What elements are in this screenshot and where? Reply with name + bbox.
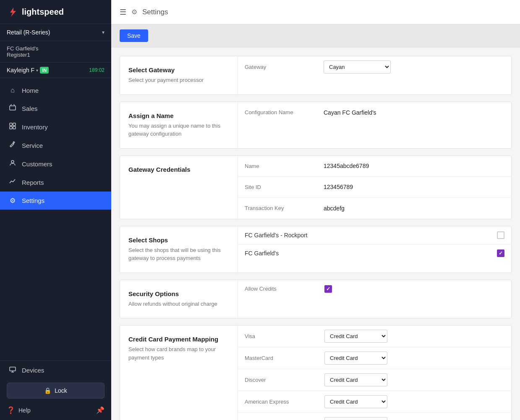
config-name-value [318,105,511,120]
help-link[interactable]: ❓ Help [7,406,31,414]
sidebar-item-inventory[interactable]: Inventory [0,118,111,136]
section-name-title: Assign a Name [128,112,229,119]
section-mapping-right: Visa Credit CardDebit CardCash MasterCar… [238,326,511,420]
logo-text: lightspeed [22,7,64,17]
section-gateway-right: Gateway Cayan Stripe Square PayPal [238,56,511,94]
section-credentials-title: Gateway Credentials [128,166,229,173]
shop-checkbox-rockport[interactable] [497,231,504,239]
gateway-field-value: Cayan Stripe Square PayPal [318,56,511,78]
credential-siteid-input[interactable] [324,184,505,190]
sidebar-label-reports: Reports [22,179,44,186]
mapping-label-mastercard: MasterCard [245,355,324,361]
svg-rect-6 [10,367,16,371]
credential-name-label: Name [238,158,318,174]
credential-name-row: Name [238,156,511,177]
section-credentials-left: Gateway Credentials [120,156,238,219]
sidebar-item-settings[interactable]: ⚙ Settings [0,192,111,210]
sidebar-label-home: Home [22,87,39,94]
credential-name-value [318,158,511,173]
shop-checkbox-garfields[interactable] [497,249,504,257]
mapping-row-mastercard: MasterCard Credit CardDebit CardCash [238,347,511,369]
section-mapping-desc: Select how card brands map to your payme… [128,345,229,362]
mapping-select-visa: Credit CardDebit CardCash [324,330,387,343]
mapping-row-amex: American Express Credit CardDebit CardCa… [238,391,511,413]
sidebar-label-settings: Settings [22,197,44,204]
credential-siteid-label: Site ID [238,179,318,195]
svg-point-5 [11,160,14,163]
sidebar-item-sales[interactable]: Sales [0,99,111,118]
credential-siteid-row: Site ID [238,177,511,198]
credential-name-input[interactable] [324,163,505,169]
sidebar-label-devices: Devices [22,367,44,374]
section-mapping-left: Credit Card Payment Mapping Select how c… [120,326,238,420]
sidebar-header: lightspeed [0,0,111,24]
config-name-input[interactable] [324,109,505,116]
credential-txkey-label: Transaction Key [238,200,318,216]
mastercard-select[interactable]: Credit CardDebit CardCash [324,352,387,365]
section-mapping: Credit Card Payment Mapping Select how c… [120,325,512,420]
section-name-right: Configuration Name [238,102,511,148]
section-security-left: Security Options Allow refunds without o… [120,280,238,318]
user-status-badge: IN [40,67,49,74]
store-name: Retail (R-Series) [7,29,50,36]
sidebar-bottom: Devices 🔒 Lock ❓ Help 📌 [0,360,111,420]
amex-select[interactable]: Credit CardDebit CardCash [324,395,387,408]
content-area: Save Select Gateway Select your payment … [111,24,520,420]
security-credits-checkbox[interactable] [324,285,332,293]
hamburger-menu-icon[interactable]: ☰ [120,8,126,17]
sidebar-item-reports[interactable]: Reports [0,173,111,192]
mapping-select-mastercard: Credit CardDebit CardCash [324,352,387,365]
svg-rect-3 [10,126,12,129]
sidebar-item-home[interactable]: ⌂ Home [0,81,111,99]
pin-icon[interactable]: 📌 [96,406,105,414]
sidebar-item-service[interactable]: Service [0,136,111,155]
section-shops-desc: Select the shops that will be using this… [128,246,229,262]
shop-name-garfields: FC Garfield's [245,250,279,257]
mapping-select-debit: Credit CardDebit CardCash [324,417,387,420]
debit-select[interactable]: Credit CardDebit CardCash [324,417,387,420]
section-shops-right: FC Garfield's - Rockport FC Garfield's [238,226,511,273]
section-mapping-title: Credit Card Payment Mapping [128,336,229,343]
sidebar-label-service: Service [22,142,43,149]
section-credentials-right: Name Site ID Transaction Key [238,156,511,219]
page-title: Settings [142,8,168,16]
sidebar-item-devices[interactable]: Devices [0,361,111,379]
lock-button[interactable]: 🔒 Lock [7,383,105,399]
section-gateway-desc: Select your payment processor [128,76,229,84]
gateway-field-row: Gateway Cayan Stripe Square PayPal [238,56,511,78]
credential-txkey-input[interactable] [324,205,505,212]
config-name-field-row: Configuration Name [238,102,511,123]
config-name-label: Configuration Name [238,104,318,121]
section-gateway-left: Select Gateway Select your payment proce… [120,56,238,94]
service-icon [8,141,17,150]
sidebar: lightspeed Retail (R-Series) ▾ FC Garfie… [0,0,111,420]
sidebar-item-customers[interactable]: Customers [0,155,111,173]
lock-icon: 🔒 [44,387,51,394]
section-shops-title: Select Shops [128,236,229,244]
security-credits-label: Allow Credits [245,286,324,292]
inventory-icon [8,123,17,131]
store-selector[interactable]: Retail (R-Series) ▾ [0,24,111,41]
settings-icon: ⚙ [8,197,17,205]
register-info: FC Garfield's Register1 [0,41,111,63]
section-name: Assign a Name You may assign a unique na… [120,102,512,149]
mapping-row-discover: Discover Credit CardDebit CardCash [238,369,511,391]
gateway-select[interactable]: Cayan Stripe Square PayPal [324,60,391,74]
save-button[interactable]: Save [120,29,148,42]
visa-select[interactable]: Credit CardDebit CardCash [324,330,387,343]
section-shops-left: Select Shops Select the shops that will … [120,226,238,273]
store-selector-chevron-icon: ▾ [102,29,105,35]
settings-body: Select Gateway Select your payment proce… [111,47,520,420]
section-gateway: Select Gateway Select your payment proce… [120,56,512,95]
svg-rect-2 [13,123,16,126]
mapping-row-visa: Visa Credit CardDebit CardCash [238,326,511,347]
help-row: ❓ Help 📌 [0,402,111,420]
credential-txkey-value [318,201,511,216]
mapping-label-discover: Discover [245,377,324,383]
page-gear-icon: ⚙ [131,8,137,16]
sidebar-label-sales: Sales [22,105,38,112]
customers-icon [8,160,17,168]
mapping-label-visa: Visa [245,333,324,339]
discover-select[interactable]: Credit CardDebit CardCash [324,373,387,386]
lightspeed-logo-icon [7,6,18,18]
